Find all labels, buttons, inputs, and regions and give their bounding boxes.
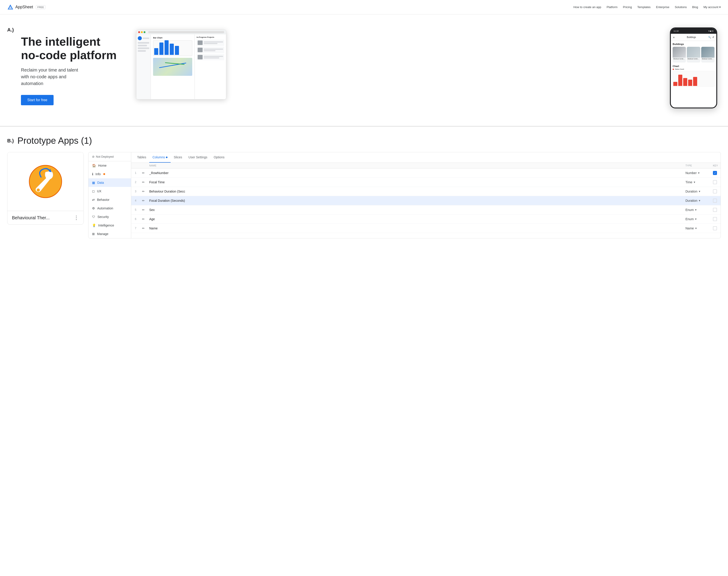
row-num-1: 1: [135, 171, 139, 175]
row-num-3: 3: [135, 190, 139, 193]
col-checkbox-5[interactable]: [713, 208, 717, 212]
info-dot: [103, 173, 105, 175]
intelligence-icon: 💡: [92, 224, 96, 227]
edit-icon-2[interactable]: ✏: [142, 180, 146, 184]
desktop-mockup: Bar Chart: [136, 30, 226, 99]
edit-icon-3[interactable]: ✏: [142, 190, 146, 193]
not-deployed-badge: ⊘ Not Deployed: [92, 155, 128, 159]
col-name-2: Focal Time: [149, 180, 683, 184]
type-dropdown-arrow[interactable]: ▼: [695, 218, 697, 221]
app-icon-area: [7, 152, 83, 211]
col-checkbox-6[interactable]: [713, 217, 717, 221]
col-type-6: Enum ▼: [685, 217, 710, 221]
section-b-title: Prototype Apps (1): [17, 136, 92, 146]
tab-user-settings[interactable]: User Settings: [185, 152, 211, 163]
sidebar-item-info[interactable]: ℹ Info: [88, 170, 131, 178]
col-checkbox-4[interactable]: [713, 199, 717, 203]
col-name-3: Behaviour Duration (Secc: [149, 190, 683, 193]
row-num-6: 6: [135, 218, 139, 221]
appsheet-logo-icon: [7, 4, 14, 10]
security-icon: 🛡: [92, 215, 95, 219]
row-num-2: 2: [135, 181, 139, 184]
nav-link-blog[interactable]: Blog: [692, 5, 698, 9]
app-menu-button[interactable]: ⋮: [74, 214, 79, 221]
nav-links: How to create an app Platform Pricing Te…: [573, 5, 721, 9]
info-icon: ℹ: [92, 172, 93, 176]
row-num-7: 7: [135, 227, 139, 230]
sidebar-item-automation[interactable]: ⚙ Automation: [88, 204, 131, 212]
start-for-free-button[interactable]: Start for free: [21, 95, 54, 105]
col-name-5: Sex: [149, 208, 683, 212]
nav-link-platform[interactable]: Platform: [607, 5, 618, 9]
sidebar-item-home[interactable]: 🏠 Home: [88, 161, 131, 170]
col-type-5: Enum ▼: [685, 208, 710, 212]
nav-badge: FREE: [36, 5, 46, 9]
col-checkbox-7[interactable]: [713, 226, 717, 230]
app-card-footer: Behavioural Ther... ⋮: [7, 211, 83, 225]
col-checkbox-3[interactable]: [713, 190, 717, 194]
tab-options[interactable]: Options: [211, 152, 227, 163]
tab-tables[interactable]: Tables: [134, 152, 149, 163]
type-dropdown-arrow[interactable]: ▼: [695, 208, 697, 211]
behavior-icon: ⇄: [92, 198, 95, 202]
col-type-7: Name ▼: [685, 227, 710, 230]
sidebar-item-ux[interactable]: ◻ UX: [88, 187, 131, 196]
row-num-4: 4: [135, 199, 139, 202]
type-dropdown-arrow[interactable]: ▼: [693, 181, 696, 183]
sidebar-item-intelligence[interactable]: 💡 Intelligence: [88, 221, 131, 230]
sidebar-item-manage[interactable]: ⊞ Manage: [88, 230, 131, 238]
svg-point-3: [36, 188, 40, 192]
col-name-1: _RowNumber: [149, 171, 683, 175]
table-row: 3 ✏ Behaviour Duration (Secc Duration ▼: [131, 187, 721, 196]
col-checkbox-1[interactable]: ✓: [713, 171, 717, 175]
type-dropdown-arrow[interactable]: ▼: [698, 172, 700, 174]
mockup-titlebar: [136, 30, 226, 34]
mobile-mockup: 11:10 ▾◀ ⊡ ≡ Buildings 🔍↺ Buildings Medi…: [670, 27, 717, 108]
data-icon: ▦: [92, 181, 95, 184]
navbar: AppSheet FREE How to create an app Platf…: [0, 0, 728, 15]
sidebar-item-security[interactable]: 🛡 Security: [88, 212, 131, 221]
row-num-5: 5: [135, 208, 139, 211]
tab-columns[interactable]: Columns: [149, 152, 170, 163]
table-row: 7 ✏ Name Name ▼: [131, 224, 721, 233]
nav-link-myaccount[interactable]: My account ▾: [703, 5, 721, 9]
nav-link-how-to[interactable]: How to create an app: [573, 5, 601, 9]
table-row: 6 ✏ Age Enum ▼: [131, 214, 721, 224]
sidebar-item-data[interactable]: ▦ Data: [88, 178, 131, 187]
nav-link-pricing[interactable]: Pricing: [623, 5, 632, 9]
nav-link-solutions[interactable]: Solutions: [675, 5, 686, 9]
sidebar-item-behavior[interactable]: ⇄ Behavior: [88, 196, 131, 204]
nav-link-enterprise[interactable]: Enterprise: [656, 5, 669, 9]
home-icon: 🏠: [92, 164, 96, 167]
table-row: 1 ✏ _RowNumber Number ▼ ✓: [131, 169, 721, 178]
section-a-right: Bar Chart: [136, 25, 717, 115]
nav-logo: AppSheet FREE: [7, 4, 46, 10]
nav-logo-text: AppSheet: [15, 5, 33, 9]
app-card: Behavioural Ther... ⋮: [7, 152, 84, 225]
hero-title: The intelligent no-code platform: [21, 35, 129, 62]
table-row: 2 ✏ Focal Time Time ▼: [131, 178, 721, 187]
col-checkbox-2[interactable]: [713, 180, 717, 184]
edit-icon-5[interactable]: ✏: [142, 208, 146, 212]
edit-icon-7[interactable]: ✏: [142, 227, 146, 230]
nav-link-templates[interactable]: Templates: [637, 5, 651, 9]
col-type-4: Duration ▼: [685, 199, 710, 202]
type-dropdown-arrow[interactable]: ▼: [698, 190, 701, 193]
hero-subtitle: Reclaim your time and talent with no-cod…: [21, 66, 129, 87]
manage-icon: ⊞: [92, 232, 95, 236]
col-name-6: Age: [149, 217, 683, 221]
section-a-left: The intelligent no-code platform Reclaim…: [21, 35, 129, 105]
ux-icon: ◻: [92, 190, 95, 193]
col-type-1: Number ▼: [685, 171, 710, 175]
table-row: 5 ✏ Sex Enum ▼: [131, 205, 721, 214]
editor-main: Tables Columns Slices User Settings Opti…: [131, 152, 721, 238]
type-dropdown-arrow[interactable]: ▼: [695, 227, 697, 230]
type-dropdown-arrow[interactable]: ▼: [698, 199, 701, 202]
edit-icon-6[interactable]: ✏: [142, 217, 146, 221]
edit-icon-1[interactable]: ✏: [142, 171, 146, 175]
app-card-name: Behavioural Ther...: [12, 215, 50, 221]
edit-icon-4[interactable]: ✏: [142, 199, 146, 202]
tab-slices[interactable]: Slices: [171, 152, 185, 163]
section-b-label: B.): [7, 138, 14, 144]
app-icon-svg: [29, 165, 62, 198]
